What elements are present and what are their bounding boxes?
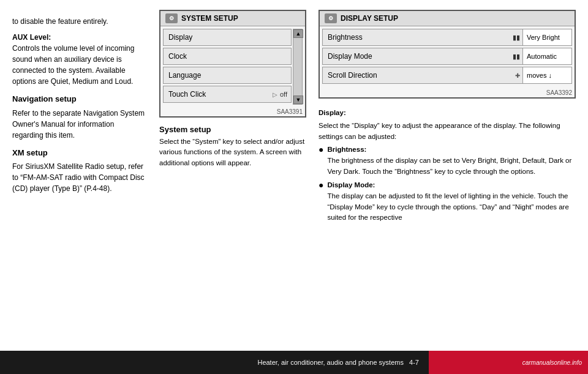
system-setup-screen: ⚙ SYSTEM SETUP Display Clock Language To… [159,10,306,118]
nav-title: Navigation setup [12,93,147,105]
system-setup-header: ⚙ SYSTEM SETUP [160,11,305,26]
xm-text: For SiriusXM Satellite Radio setup, refe… [12,161,147,194]
display-setup-header: ⚙ DISPLAY SETUP [320,11,575,26]
middle-column: ⚙ SYSTEM SETUP Display Clock Language To… [159,10,306,343]
display-mode-bullet-title: Display Mode: [327,181,375,189]
watermark: carmanualsonline.info [429,351,588,374]
display-row-mode[interactable]: Display Mode ▮▮ Automatic [322,48,572,65]
display-row-scroll[interactable]: Scroll Direction ✚ moves ↓ [322,67,572,84]
system-scrollbar[interactable]: ▲ ▼ [293,29,303,105]
brightness-bullet: ● Brightness: The brightness of the disp… [318,144,576,177]
right-column: ⚙ DISPLAY SETUP Brightness ▮▮ Very Brigh… [318,10,576,343]
watermark-text: carmanualsonline.info [522,359,582,366]
scroll-direction-label: Scroll Direction [323,71,513,80]
scroll-direction-value: moves ↓ [522,67,571,83]
aux-label: AUX Level: [12,33,51,42]
page: to disable the feature entirely. AUX Lev… [0,0,588,374]
system-row-touchclick-value: off [280,91,291,98]
system-row-language-label: Language [164,71,291,80]
display-saa-label: SAA3392 [320,88,575,97]
xm-title: XM setup [12,147,147,159]
display-icon: ⚙ [325,13,337,23]
brightness-value: Very Bright [522,29,571,45]
left-column: to disable the feature entirely. AUX Lev… [12,10,147,343]
system-screen-body: Display Clock Language Touch Click ▷ off [160,26,305,107]
display-setup-screen: ⚙ DISPLAY SETUP Brightness ▮▮ Very Brigh… [318,10,576,99]
system-setup-title: SYSTEM SETUP [181,14,238,23]
brightness-dots: ▮▮ [510,34,522,42]
display-section-label: Display: [318,109,346,116]
display-caption: Display: Select the “Display” key to adj… [318,106,576,223]
bullet-icon-brightness: ● [318,144,323,155]
bullet-icon-display-mode: ● [318,180,323,190]
system-caption: System setup Select the “System” key to … [159,125,306,168]
scroll-dir-icon: ✚ [513,72,522,79]
brightness-bullet-title: Brightness: [327,146,366,153]
system-row-language[interactable]: Language [163,67,292,84]
system-row-display-label: Display [164,33,291,42]
system-caption-text: Select the “System” key to select and/or… [159,137,306,168]
system-row-display[interactable]: Display [163,29,292,46]
bottom-bar: Heater, air conditioner, audio and phone… [0,351,429,374]
scroll-down-btn[interactable]: ▼ [293,95,303,104]
brightness-label: Brightness [323,33,510,42]
intro-text: to disable the feature entirely. [12,16,147,27]
system-saa-label: SAA3391 [160,107,305,116]
display-setup-title: DISPLAY SETUP [341,14,398,23]
display-mode-value: Automatic [522,48,571,64]
brightness-bullet-text: The brightness of the display can be set… [327,157,571,175]
system-row-clock-label: Clock [164,52,291,61]
touch-click-icon: ▷ [270,91,280,98]
scroll-up-btn[interactable]: ▲ [293,29,303,38]
display-row-brightness[interactable]: Brightness ▮▮ Very Bright [322,29,572,46]
nav-text: Refer to the separate Navigation System … [12,108,147,141]
system-row-clock[interactable]: Clock [163,48,292,65]
system-icon: ⚙ [165,13,178,23]
system-row-touchclick-label: Touch Click [164,90,270,99]
display-mode-label: Display Mode [323,52,510,61]
display-mode-dots: ▮▮ [510,53,522,61]
main-content: to disable the feature entirely. AUX Lev… [0,0,588,374]
aux-text: Controls the volume level of incoming so… [12,44,134,86]
display-intro-text: Select the “Display” key to adjust the a… [318,121,576,143]
system-caption-title: System setup [159,125,306,134]
display-screen-body: Brightness ▮▮ Very Bright Display Mode ▮… [320,26,575,88]
system-row-touchclick[interactable]: Touch Click ▷ off [163,86,292,103]
bottom-bar-text: Heater, air conditioner, audio and phone… [257,359,419,366]
display-mode-bullet: ● Display Mode: The display can be adjus… [318,180,576,223]
display-mode-bullet-text: The display can be adjusted to fit the l… [327,192,568,222]
